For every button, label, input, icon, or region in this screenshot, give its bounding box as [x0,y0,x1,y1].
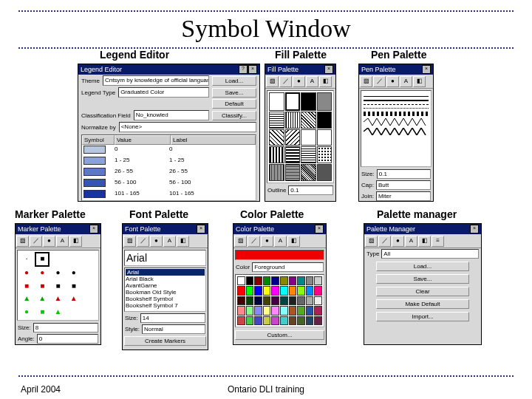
color-swatch[interactable] [289,306,297,315]
color-mode-select[interactable]: Foreground [252,262,324,272]
legend-classfield-select[interactable]: No_knowled [134,110,209,120]
color-swatch[interactable] [237,296,245,305]
color-swatch[interactable] [254,276,262,285]
color-swatch[interactable] [297,276,305,285]
color-custom-button[interactable]: Custom... [235,330,324,340]
legend-row[interactable]: 101 - 165101 - 165 [82,189,256,200]
font-list[interactable]: Arial Arial BlackAvantGarneBookman Old S… [124,267,206,312]
tool-marker-icon[interactable]: ● [386,76,399,87]
color-swatch[interactable] [246,296,254,305]
pen-join-select[interactable]: Miter [376,191,431,201]
close-icon[interactable]: × [422,65,431,74]
tool-pen-icon[interactable]: ／ [279,76,292,87]
font-list-item[interactable]: Bookshelf Symbol 7 [126,302,205,309]
color-swatch[interactable] [254,296,262,305]
color-swatch[interactable] [280,306,288,315]
color-swatch[interactable] [271,296,279,305]
color-swatch[interactable] [297,286,305,295]
color-swatch[interactable] [306,306,314,315]
pen-swatches[interactable] [361,90,432,167]
manager-titlebar[interactable]: Palette Manager × [364,224,481,234]
legend-row[interactable]: 26 - 5526 - 55 [82,167,256,178]
legend-load-button[interactable]: Load... [212,76,256,86]
color-swatch[interactable] [289,316,297,325]
tool-font-icon[interactable]: A [56,236,69,247]
color-swatch[interactable] [314,316,322,325]
fill-outline-input[interactable]: 0.1 [288,185,333,195]
tool-color-icon[interactable]: ◧ [418,236,431,247]
color-swatch[interactable] [280,316,288,325]
manager-save-button[interactable]: Save... [376,274,469,284]
pen-titlebar[interactable]: Pen Palette × [359,64,433,75]
close-icon[interactable]: × [315,225,324,233]
tool-fill-icon[interactable]: ▧ [123,236,136,247]
color-swatch[interactable] [280,286,288,295]
font-list-item[interactable]: AvantGarne [126,282,205,289]
fill-titlebar[interactable]: Fill Palette × [265,64,335,75]
tool-marker-icon[interactable]: ● [261,236,273,247]
close-icon[interactable]: × [248,65,257,74]
marker-swatches[interactable]: .■ ●●●● ■■■■ ▲▲▲▲ ●■▲ [17,250,99,321]
marker-size-input[interactable]: 8 [33,323,98,332]
color-swatch[interactable] [297,296,305,305]
color-swatch[interactable] [314,306,322,315]
color-swatch[interactable] [306,276,314,285]
font-titlebar[interactable]: Font Palette × [123,224,208,234]
tool-fill-icon[interactable]: ▧ [365,236,378,247]
close-icon[interactable]: × [324,65,333,74]
color-swatch[interactable] [289,286,297,295]
legend-theme-select[interactable]: Cntsym by knowledge of official languang… [103,75,209,86]
font-style-select[interactable]: Normal [142,324,205,334]
tool-marker-icon[interactable]: ● [293,76,305,87]
tool-fill-icon[interactable]: ▧ [360,76,372,87]
legend-classify-button[interactable]: Classify... [212,111,256,120]
tool-font-icon[interactable]: A [405,236,417,247]
tool-fill-icon[interactable]: ▧ [234,236,247,247]
color-swatch[interactable] [271,276,279,285]
color-swatch[interactable] [263,286,271,295]
color-swatch[interactable] [271,316,279,325]
tool-pen-icon[interactable]: ／ [137,236,149,247]
manager-import-button[interactable]: Import... [376,312,469,321]
tool-font-icon[interactable]: A [306,76,318,87]
tool-color-icon[interactable]: ◧ [319,76,332,87]
color-swatch[interactable] [237,276,245,285]
tool-marker-icon[interactable]: ● [392,236,404,247]
color-swatch[interactable] [263,296,271,305]
color-swatch[interactable] [297,316,305,325]
tool-manager-icon[interactable]: ≡ [432,236,444,247]
legend-save-button[interactable]: Save... [212,88,256,98]
color-swatch[interactable] [246,286,254,295]
legend-row[interactable]: 1 - 251 - 25 [82,156,256,167]
tool-pen-icon[interactable]: ／ [378,236,391,247]
manager-clear-button[interactable]: Clear [376,287,469,296]
close-icon[interactable]: × [197,225,205,233]
color-swatch[interactable] [237,306,245,315]
color-swatch[interactable] [246,306,254,315]
color-swatch[interactable] [263,316,271,325]
help-icon[interactable]: ? [239,65,248,74]
legend-titlebar[interactable]: Legend Editor ? × [78,64,259,75]
color-swatch[interactable] [297,306,305,315]
color-swatch[interactable] [263,306,271,315]
font-list-item[interactable]: Bookman Old Style [126,289,205,296]
tool-pen-icon[interactable]: ／ [30,236,42,247]
color-titlebar[interactable]: Color Palette × [233,224,326,234]
color-swatch[interactable] [306,316,314,325]
color-swatch[interactable] [289,296,297,305]
tool-font-icon[interactable]: A [400,76,412,87]
color-swatch[interactable] [280,276,288,285]
font-list-item[interactable]: Bookshelf Symbol [126,296,205,302]
tool-marker-icon[interactable]: ● [43,236,55,247]
tool-fill-icon[interactable]: ▧ [266,76,279,87]
color-swatch[interactable] [246,316,254,325]
color-swatch[interactable] [306,286,314,295]
manager-default-button[interactable]: Make Default [376,299,469,309]
color-swatch[interactable] [314,296,322,305]
manager-load-button[interactable]: Load... [376,262,469,271]
color-swatches[interactable] [235,274,324,327]
color-swatch[interactable] [314,276,322,285]
font-list-item[interactable]: Arial Black [126,276,205,282]
font-create-markers-button[interactable]: Create Markers [124,336,206,346]
color-swatch[interactable] [289,276,297,285]
